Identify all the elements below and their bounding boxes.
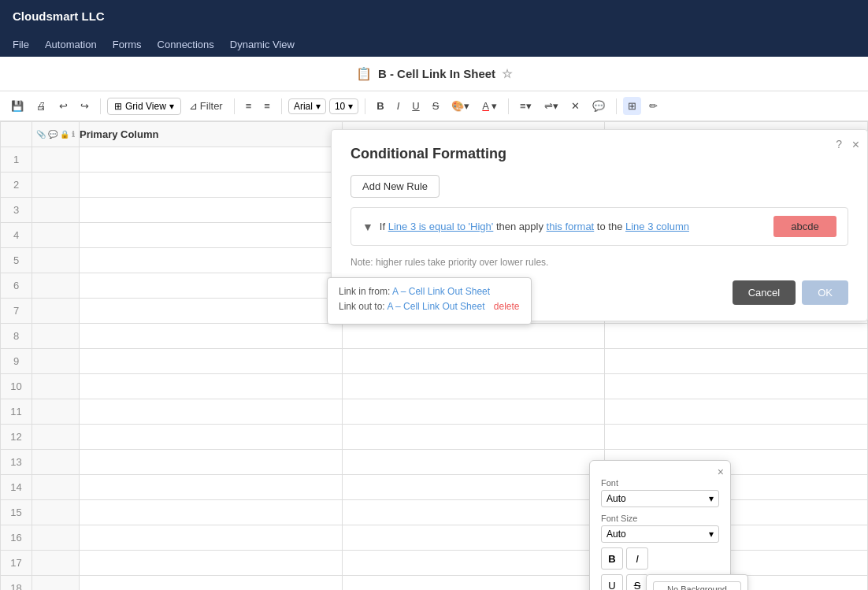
row-number: 16 bbox=[1, 525, 32, 551]
print-icon: 🖨 bbox=[36, 100, 46, 112]
cell-primary[interactable] bbox=[80, 551, 343, 576]
font-dropdown-chevron: ▾ bbox=[709, 493, 714, 504]
main-content: 📎 💬 🔒 ℹ Primary Column Line 3 Column6 10… bbox=[0, 121, 868, 590]
cf-expand-btn[interactable]: ▼ bbox=[362, 221, 373, 233]
fmt-bold-btn[interactable]: B bbox=[601, 547, 623, 570]
row-icons bbox=[32, 198, 80, 223]
cf-rule-row: ▼ If Line 3 is equal to 'High' then appl… bbox=[351, 207, 848, 246]
cell-primary[interactable] bbox=[80, 147, 343, 173]
cell-col6[interactable] bbox=[605, 374, 868, 399]
cell-primary[interactable] bbox=[80, 173, 343, 198]
cell-col6[interactable] bbox=[605, 399, 868, 425]
cell-line3[interactable] bbox=[342, 500, 605, 525]
redo-btn[interactable]: ↪ bbox=[76, 97, 94, 115]
cell-primary[interactable] bbox=[80, 198, 343, 223]
strikethrough-btn[interactable]: S bbox=[428, 97, 444, 115]
favorite-star-icon[interactable]: ☆ bbox=[502, 67, 512, 81]
row-icons bbox=[32, 551, 80, 576]
highlight-btn[interactable]: 🎨▾ bbox=[447, 97, 474, 115]
clear-btn[interactable]: ✕ bbox=[566, 97, 584, 115]
font-dropdown-value: Auto bbox=[606, 493, 626, 504]
menu-file[interactable]: File bbox=[13, 39, 29, 50]
cell-line3[interactable] bbox=[342, 324, 605, 349]
font-size-selector[interactable]: 10 ▾ bbox=[329, 98, 358, 114]
col-header-primary[interactable]: Primary Column bbox=[80, 122, 343, 147]
align-left-btn[interactable]: ≡ bbox=[241, 97, 257, 115]
cell-primary[interactable] bbox=[80, 475, 343, 500]
cell-primary[interactable] bbox=[80, 500, 343, 525]
cell-primary[interactable] bbox=[80, 223, 343, 248]
cell-line3[interactable] bbox=[342, 374, 605, 399]
fmt-italic-btn[interactable]: I bbox=[626, 547, 648, 570]
link-in-target[interactable]: A – Cell Link Out Sheet bbox=[392, 286, 490, 297]
cell-line3[interactable] bbox=[342, 551, 605, 576]
cell-col6[interactable] bbox=[605, 425, 868, 450]
cell-line3[interactable] bbox=[342, 450, 605, 475]
format-popup-close-icon[interactable]: × bbox=[718, 466, 724, 478]
save-icon: 💾 bbox=[11, 100, 24, 112]
menu-dynamic-view[interactable]: Dynamic View bbox=[230, 39, 295, 50]
sheet-title-group: 📋 B - Cell Link In Sheet ☆ bbox=[356, 66, 512, 81]
cell-line3[interactable] bbox=[342, 576, 605, 591]
cell-col6[interactable] bbox=[605, 349, 868, 374]
cell-line3[interactable] bbox=[342, 525, 605, 551]
cell-primary[interactable] bbox=[80, 324, 343, 349]
rule-format-link[interactable]: this format bbox=[547, 221, 595, 232]
align-right-btn[interactable]: ≡ bbox=[259, 97, 275, 115]
print-btn[interactable]: 🖨 bbox=[32, 97, 51, 115]
text-format-buttons: B I bbox=[601, 547, 719, 570]
format-popup: × Font Auto ▾ Font Size Auto ▾ B I U S bbox=[589, 460, 731, 590]
font-size-dropdown[interactable]: Auto ▾ bbox=[601, 525, 719, 543]
table-view-btn[interactable]: ⊞ bbox=[623, 97, 641, 115]
font-selector[interactable]: Arial ▾ bbox=[288, 98, 326, 114]
text-color-btn[interactable]: A▾ bbox=[477, 97, 502, 115]
rule-condition-link[interactable]: Line 3 is equal to 'High' bbox=[388, 221, 494, 232]
row-number: 6 bbox=[1, 273, 32, 299]
cell-primary[interactable] bbox=[80, 299, 343, 324]
cf-close-icon[interactable]: × bbox=[852, 138, 859, 152]
font-dropdown[interactable]: Auto ▾ bbox=[601, 490, 719, 507]
rule-column-link[interactable]: Line 3 column bbox=[625, 221, 689, 232]
row-icons bbox=[32, 349, 80, 374]
fmt-strikethrough-btn[interactable]: S bbox=[626, 574, 648, 590]
text-align-btn[interactable]: ≡▾ bbox=[515, 97, 536, 115]
cf-cancel-btn[interactable]: Cancel bbox=[733, 280, 796, 305]
menu-connections[interactable]: Connections bbox=[158, 39, 214, 50]
cell-primary[interactable] bbox=[80, 248, 343, 273]
menu-forms[interactable]: Forms bbox=[113, 39, 142, 50]
cell-primary[interactable] bbox=[80, 399, 343, 425]
cell-col6[interactable] bbox=[605, 324, 868, 349]
cell-primary[interactable] bbox=[80, 425, 343, 450]
underline-btn[interactable]: U bbox=[407, 97, 424, 115]
cell-primary[interactable] bbox=[80, 450, 343, 475]
cf-help-icon[interactable]: ? bbox=[836, 138, 842, 150]
comment-btn[interactable]: 💬 bbox=[588, 97, 610, 115]
grid-view-btn[interactable]: ⊞ Grid View ▾ bbox=[107, 98, 181, 115]
bold-btn[interactable]: B bbox=[372, 97, 388, 115]
cell-line3[interactable] bbox=[342, 399, 605, 425]
no-bg-btn[interactable]: No Background bbox=[653, 581, 741, 590]
cell-primary[interactable] bbox=[80, 349, 343, 374]
fmt-underline-btn[interactable]: U bbox=[601, 574, 623, 590]
cell-line3[interactable] bbox=[342, 475, 605, 500]
cf-preview[interactable]: abcde bbox=[773, 216, 836, 237]
row-icons bbox=[32, 147, 80, 173]
save-btn[interactable]: 💾 bbox=[6, 97, 28, 115]
cell-primary[interactable] bbox=[80, 576, 343, 591]
italic-btn[interactable]: I bbox=[392, 97, 405, 115]
bg-color-picker: No Background bbox=[646, 574, 748, 590]
menu-automation[interactable]: Automation bbox=[45, 39, 97, 50]
delete-link-btn[interactable]: delete bbox=[494, 301, 520, 312]
draw-btn[interactable]: ✏ bbox=[644, 97, 662, 115]
filter-btn[interactable]: ⊿ Filter bbox=[184, 97, 228, 115]
cell-line3[interactable] bbox=[342, 349, 605, 374]
cell-primary[interactable] bbox=[80, 273, 343, 299]
cell-primary[interactable] bbox=[80, 374, 343, 399]
cf-add-rule-btn[interactable]: Add New Rule bbox=[351, 175, 440, 198]
cf-ok-btn[interactable]: OK bbox=[802, 280, 848, 305]
cell-line3[interactable] bbox=[342, 425, 605, 450]
wrap-btn[interactable]: ⇌▾ bbox=[540, 97, 563, 115]
link-out-target[interactable]: A – Cell Link Out Sheet bbox=[387, 301, 484, 312]
cell-primary[interactable] bbox=[80, 525, 343, 551]
undo-btn[interactable]: ↩ bbox=[54, 97, 72, 115]
